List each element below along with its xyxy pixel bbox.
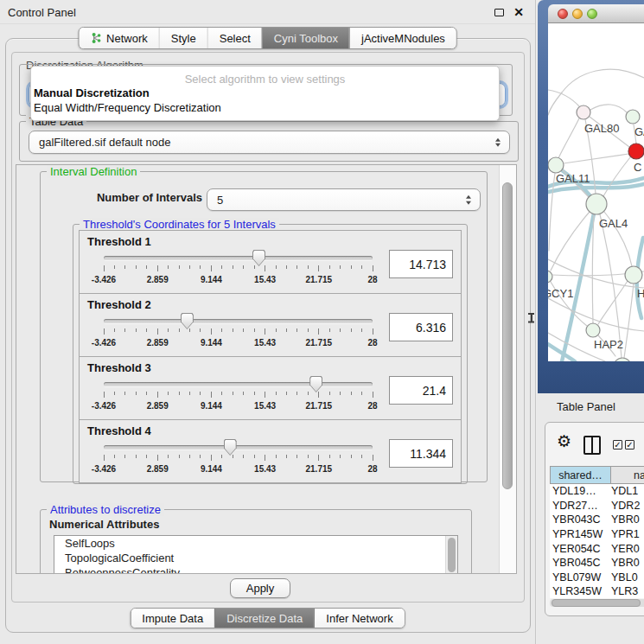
zoom-light[interactable] [587,9,597,19]
column-header-name[interactable]: na [611,466,644,484]
threshold-1-label: Threshold 1 [87,235,453,248]
float-window-icon[interactable] [494,9,504,16]
bottom-tab-label: Infer Network [326,612,392,625]
horizontal-scrollbar[interactable] [550,599,644,607]
table-row-2[interactable]: YBR043CYBR0 [550,513,644,527]
slider-tick-label: 15.43 [254,275,276,284]
slider-tick [221,265,222,269]
slider-track[interactable] [104,319,373,323]
threshold-2-slider[interactable]: -3.4262.8599.14415.4321.71528 [98,312,379,352]
algorithm-option-1[interactable]: Equal Width/Frequency Discretization [31,100,499,115]
attribute-item-1[interactable]: TopologicalCoefficient [54,551,457,565]
slider-tick [221,455,222,458]
network-node-h[interactable] [625,266,642,284]
table-row-5[interactable]: YBR045CYBR0 [550,556,644,571]
network-edge[interactable] [590,105,627,112]
slider-tick [104,392,105,398]
network-edge[interactable] [564,154,628,163]
column-header-shared-name[interactable]: shared… [550,466,611,484]
network-edge[interactable] [598,281,628,324]
network-node-gal80[interactable] [577,105,590,119]
gear-icon[interactable]: ⚙ [557,433,571,450]
slider-tick [168,392,169,395]
network-edge[interactable] [600,214,622,358]
slider-tick [200,392,201,395]
list-scrollbar[interactable] [445,536,457,574]
table-row-0[interactable]: YDL19…YDL1 [550,484,644,499]
network-window-titlebar[interactable] [548,4,644,23]
slider-track[interactable] [104,445,373,450]
table-data-combobox[interactable]: galFiltered.sif default node [29,131,510,154]
network-node-gcy1[interactable] [548,271,552,283]
table-row-4[interactable]: YER054CYER0 [550,541,644,556]
slider-tick [211,328,212,335]
network-node-gal[interactable] [626,110,640,124]
checkbox-icon[interactable]: ✓ [613,440,622,450]
threshold-2-slider-thumb[interactable] [181,313,194,329]
number-of-intervals-spinner[interactable]: 5 [207,188,481,211]
interval-definition-title: Interval Definition [47,165,140,178]
network-edge-thick[interactable] [548,184,644,192]
bottom-tab-infer-network[interactable]: Infer Network [314,609,404,628]
apply-button[interactable]: Apply [230,578,290,598]
bottom-tab-discretize-data[interactable]: Discretize Data [214,609,314,628]
network-node-label: GAL [634,125,644,138]
vertical-scrollbar-thumb[interactable] [502,182,513,489]
network-edge[interactable] [548,92,562,115]
close-icon[interactable]: ✕ [513,5,524,19]
table-row-6[interactable]: YBL079WYBL0 [550,571,644,585]
threshold-3-value-input[interactable] [389,376,453,405]
threshold-3-slider-thumb[interactable] [309,376,322,392]
slider-tick-label: 28 [367,338,377,348]
network-edge[interactable] [562,69,644,92]
slider-tick [189,392,190,395]
threshold-1-slider[interactable]: -3.4262.8599.14415.4321.71528 [98,249,379,289]
threshold-4-slider[interactable]: -3.4262.8599.14415.4321.71528 [98,438,379,478]
slider-track[interactable] [104,382,373,386]
list-scrollbar-thumb[interactable] [448,538,456,572]
threshold-1-slider-thumb[interactable] [252,250,265,266]
checkbox-icon[interactable]: ✓ [625,440,634,450]
slider-tick [351,328,352,332]
threshold-1-value-input[interactable] [389,250,453,278]
slider-track[interactable] [104,256,373,260]
table-row-1[interactable]: YDR27…YDR2 [550,499,644,513]
vertical-scrollbar[interactable] [499,165,516,573]
tab-network[interactable]: Network [79,28,159,48]
table-row-7[interactable]: YLR345WYLR3 [550,584,644,598]
threshold-2-value-input[interactable] [389,313,453,341]
network-node-gal11[interactable] [548,157,564,173]
slider-tick [308,328,309,332]
split-columns-icon[interactable] [583,436,601,455]
bottom-tab-impute-data[interactable]: Impute Data [131,609,214,628]
network-node-c[interactable] [628,143,644,159]
attribute-item-0[interactable]: SelfLoops [54,536,457,551]
close-light[interactable] [558,9,568,19]
network-node[interactable] [614,358,631,361]
network-node-gal4[interactable] [586,194,607,214]
network-edge[interactable] [603,157,630,196]
attribute-item-2[interactable]: BetweennessCentrality [54,565,457,574]
network-canvas[interactable]: GAL80GALCGAL11GAL4GCY1HHAP2 [548,23,644,361]
threshold-4-slider-thumb[interactable] [224,439,237,456]
slider-tick [157,392,158,398]
minimize-light[interactable] [572,9,583,19]
algorithm-option-0[interactable]: Manual Discretization [31,86,499,100]
tab-select[interactable]: Select [207,28,262,48]
tab-jactivemnodules[interactable]: jActiveMNodules [349,28,456,48]
network-edge[interactable] [558,118,579,158]
slider-tick [124,455,125,458]
tab-style[interactable]: Style [159,28,207,48]
threshold-4-value-input[interactable] [389,439,453,468]
network-node-label: HAP2 [594,338,623,351]
network-edge[interactable] [592,214,594,323]
table-row-3[interactable]: YPR145WYPR1 [550,527,644,542]
slider-tick [136,265,137,269]
network-edge[interactable] [624,284,634,358]
horizontal-scrollbar-thumb[interactable] [552,599,641,607]
slider-tick [254,455,255,458]
threshold-3-slider[interactable]: -3.4262.8599.14415.4321.71528 [98,375,379,415]
network-node-hap2[interactable] [586,323,600,337]
slider-tick [373,392,373,398]
tab-cyni-toolbox[interactable]: Cyni Toolbox [262,28,349,48]
